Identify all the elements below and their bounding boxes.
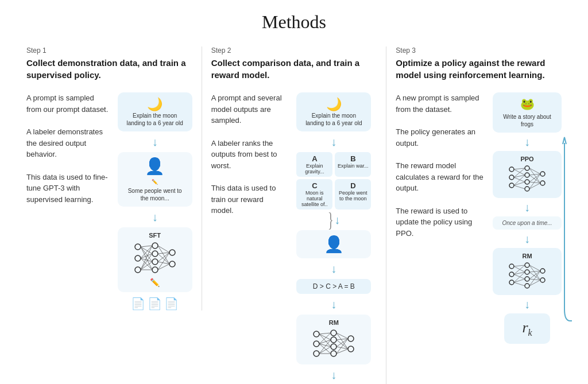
step2-labeler-card: 👤 xyxy=(296,230,371,258)
step2-prompt-text: Explain the moon landing to a 6 year old xyxy=(302,112,365,127)
letter-a: A xyxy=(299,154,330,163)
grid-item-b: B Explain war... xyxy=(335,152,371,177)
svg-point-56 xyxy=(509,167,514,172)
sft-network-svg xyxy=(132,241,178,276)
grid-item-a: A Explain gravity... xyxy=(296,152,332,177)
step3-rk-card: rk xyxy=(504,313,550,344)
grid-text-c: Moon is natural satellite of.. xyxy=(301,190,328,207)
arrow-down-3: ↓ xyxy=(331,136,336,148)
step-2: Step 2 Collect comparison data, and trai… xyxy=(202,46,387,384)
svg-point-87 xyxy=(525,284,529,288)
svg-point-37 xyxy=(348,346,354,352)
brace-icon: } xyxy=(328,208,334,231)
svg-point-83 xyxy=(509,280,514,285)
step2-rm-card: RM xyxy=(296,315,371,364)
step-3-number: Step 3 xyxy=(396,46,562,55)
svg-point-6 xyxy=(152,267,158,273)
step-3: Step 3 Optimize a policy against the rew… xyxy=(386,46,571,344)
step1-prompt-text: Explain the moon landing to a 6 year old xyxy=(123,112,187,127)
step3-prompt-text: Write a story about frogs xyxy=(500,113,555,128)
rm-label-3: RM xyxy=(522,253,532,259)
step-1: Step 1 Collect demonstration data, and t… xyxy=(17,46,202,311)
pencil-icon-1: ✏️ xyxy=(150,278,160,288)
step3-ppo-card: PPO xyxy=(493,151,562,198)
svg-point-63 xyxy=(540,172,545,176)
letter-b: B xyxy=(337,154,369,163)
arrow-down-11: ↓ xyxy=(524,298,530,310)
grid-text-a: Explain gravity... xyxy=(305,163,324,174)
svg-point-32 xyxy=(331,330,336,336)
rm-network-svg-3 xyxy=(507,262,547,290)
svg-line-65 xyxy=(514,168,525,169)
ppo-network-svg xyxy=(507,165,547,193)
step-2-visual: 🌙 Explain the moon landing to a 6 year o… xyxy=(291,92,377,384)
moon-icon-2: 🌙 xyxy=(302,97,365,112)
arrow-down-1: ↓ xyxy=(152,136,158,148)
svg-point-33 xyxy=(331,337,336,343)
svg-point-8 xyxy=(169,261,175,267)
grid-item-d: D People went to the moon xyxy=(335,179,371,210)
step-1-content: A prompt is sampled from our prompt data… xyxy=(26,92,192,311)
svg-line-67 xyxy=(514,168,525,177)
step-1-texts: A prompt is sampled from our prompt data… xyxy=(26,92,111,205)
step1-output-icon: ✏️ xyxy=(152,179,158,185)
step-1-title: Collect demonstration data, and train a … xyxy=(26,57,192,81)
svg-line-72 xyxy=(514,185,525,189)
svg-point-84 xyxy=(525,263,529,267)
svg-point-59 xyxy=(525,166,529,170)
svg-point-82 xyxy=(509,272,514,277)
step-2-texts: A prompt and several model outputs are s… xyxy=(211,92,284,216)
rm-network-svg xyxy=(311,328,357,360)
step-1-text-1: A prompt is sampled from our prompt data… xyxy=(26,92,111,115)
ppo-label: PPO xyxy=(520,156,533,162)
step3-output-card: Once upon a time... xyxy=(493,216,562,230)
step-3-visual: 🐸 Write a story about frogs ↓ PPO xyxy=(493,92,562,344)
doc-icon-2: 📄 xyxy=(148,297,162,311)
step-2-text-3: This data is used to train our reward mo… xyxy=(211,183,284,216)
step3-prompt-card: 🐸 Write a story about frogs xyxy=(493,92,562,133)
step1-output-text: Some people went to the moon... xyxy=(123,187,187,202)
steps-container: Step 1 Collect demonstration data, and t… xyxy=(17,46,571,384)
svg-line-38 xyxy=(319,333,331,334)
grid-text-d: People went to the moon xyxy=(339,190,368,201)
page-title: Methods xyxy=(17,11,571,33)
letter-c: C xyxy=(299,181,330,190)
svg-point-61 xyxy=(525,180,529,184)
step-3-visual-wrapper: 🐸 Write a story about frogs ↓ PPO xyxy=(493,92,562,344)
step-2-number: Step 2 xyxy=(211,46,377,55)
arrow-down-2: ↓ xyxy=(152,211,158,223)
svg-line-92 xyxy=(514,265,525,274)
frog-icon: 🐸 xyxy=(520,97,535,111)
step-3-texts: A new prompt is sampled from the dataset… xyxy=(396,92,486,239)
step-2-content: A prompt and several model outputs are s… xyxy=(211,92,377,384)
svg-point-1 xyxy=(135,255,141,261)
svg-line-91 xyxy=(514,266,525,272)
svg-line-21 xyxy=(158,246,169,253)
moon-icon: 🌙 xyxy=(123,97,187,112)
arrow-down-10: ↓ xyxy=(524,233,530,245)
feedback-loop-svg xyxy=(562,131,574,327)
step-3-content: A new prompt is sampled from the dataset… xyxy=(396,92,562,344)
svg-point-5 xyxy=(152,259,158,265)
arrow-down-5: ↓ xyxy=(331,263,336,274)
svg-line-27 xyxy=(158,262,169,264)
svg-line-73 xyxy=(529,168,540,174)
rk-text: rk xyxy=(522,319,532,338)
doc-icon-1: 📄 xyxy=(131,297,145,311)
step-3-text-4: The reward is used to update the policy … xyxy=(396,205,486,239)
svg-point-7 xyxy=(169,250,175,255)
svg-line-9 xyxy=(141,246,152,247)
svg-line-48 xyxy=(336,333,348,339)
arrow-down-8: ↓ xyxy=(524,136,530,148)
step-3-title: Optimize a policy against the reward mod… xyxy=(396,57,562,81)
rm-label-2: RM xyxy=(329,319,339,326)
svg-line-90 xyxy=(514,265,525,266)
step-2-title: Collect comparison data, and train a rew… xyxy=(211,57,377,81)
svg-point-62 xyxy=(525,187,529,191)
svg-point-29 xyxy=(314,331,319,337)
svg-point-57 xyxy=(509,175,514,180)
svg-point-86 xyxy=(525,277,529,281)
svg-point-58 xyxy=(509,183,514,188)
svg-point-35 xyxy=(331,351,336,356)
step3-rm-card: RM xyxy=(493,248,562,295)
